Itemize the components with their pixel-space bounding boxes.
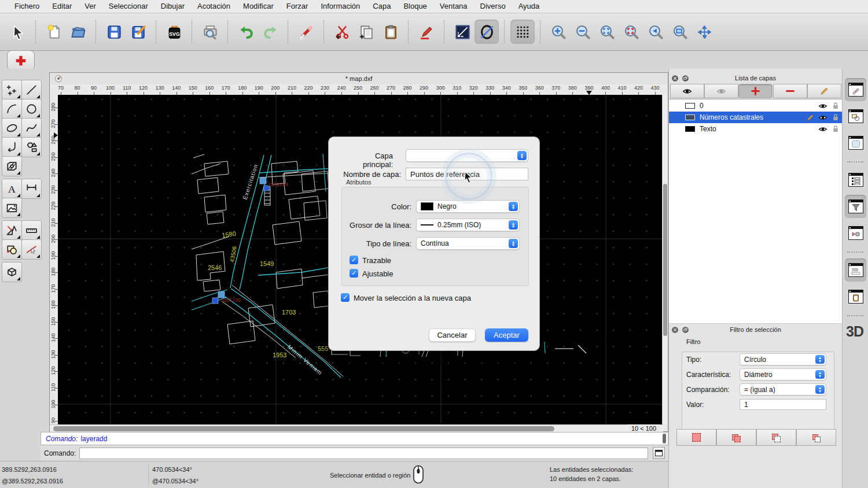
selection-filter-panel-button[interactable] [845, 195, 866, 218]
snappable-checkbox[interactable]: ✓ [350, 269, 358, 278]
cancel-button[interactable]: Cancelar [429, 328, 476, 342]
add-to-selection-button[interactable] [716, 429, 756, 446]
menu-modificar[interactable]: Modificar [237, 0, 280, 13]
color-combo[interactable]: Negro ▲▼ [416, 200, 520, 213]
filter-panel-detach-button[interactable] [682, 326, 689, 333]
points-tool-button[interactable] [2, 80, 22, 100]
filter-combo-2[interactable]: = (igual a)▲▼ [740, 383, 826, 395]
open-folder-button[interactable] [66, 20, 90, 44]
svg-export-button[interactable]: SVG [162, 20, 186, 44]
zoom-fit-button[interactable] [595, 20, 619, 44]
remove-layer-button[interactable] [773, 84, 807, 98]
polygon-tool-button[interactable] [21, 137, 42, 157]
layer-row-1[interactable]: Números catastrales [669, 112, 843, 123]
zoom-in-button[interactable] [546, 20, 571, 44]
shapes-panel-button[interactable] [845, 105, 866, 128]
command-input[interactable] [79, 448, 648, 459]
menu-ayuda[interactable]: Ayuda [512, 0, 546, 13]
redo-button[interactable] [258, 20, 282, 44]
layer-visibility-icon[interactable] [818, 101, 827, 110]
zoom-out-button[interactable] [571, 20, 595, 44]
blank-panel-button[interactable] [845, 131, 866, 154]
red-pen-button[interactable] [414, 20, 439, 44]
menu-dibujar[interactable]: Dibujar [155, 0, 191, 13]
hatch-tool-button[interactable] [2, 156, 22, 176]
remove-from-selection-button[interactable] [756, 429, 796, 446]
layer-panel-detach-button[interactable] [682, 74, 689, 82]
menu-fichero[interactable]: Fichero [8, 0, 46, 13]
menu-bloque[interactable]: Bloque [397, 0, 433, 13]
filter-value-input[interactable]: 1 [740, 399, 826, 410]
filter-combo-1[interactable]: Diámetro▲▼ [740, 368, 826, 380]
grid-button[interactable] [510, 20, 535, 44]
canvas-horizontal-scrollbar[interactable] [50, 424, 663, 432]
select-matching-button[interactable] [676, 429, 716, 446]
zoom-window-button[interactable] [668, 20, 692, 44]
line-width-combo[interactable]: 0.25mm (ISO) ▲▼ [416, 219, 520, 231]
cut-button[interactable] [330, 20, 354, 44]
menu-ventana[interactable]: Ventana [433, 0, 474, 13]
ruler-tool-button[interactable] [21, 220, 42, 241]
box3d-tool-button[interactable] [2, 262, 22, 282]
projector-panel-button[interactable] [845, 221, 866, 245]
add-entity-button[interactable] [7, 50, 35, 71]
zoom-prev-button[interactable] [643, 20, 668, 44]
scrollbar-thumb[interactable] [663, 184, 667, 336]
copy-button[interactable] [354, 20, 378, 44]
text-tool-button[interactable]: A [2, 179, 22, 199]
pan-button[interactable] [692, 20, 716, 44]
dimension-tool-button[interactable] [21, 179, 42, 199]
hide-all-eye-button[interactable] [704, 84, 738, 98]
accept-button[interactable]: Aceptar [485, 328, 528, 342]
plottable-checkbox[interactable]: ✓ [350, 256, 358, 264]
edit-layer-button[interactable] [807, 84, 841, 98]
history-scrollbar-thumb[interactable] [663, 434, 666, 443]
eraser-button[interactable] [294, 20, 318, 44]
circle-line-button[interactable] [475, 20, 499, 44]
command-panel-button[interactable] [845, 258, 866, 282]
new-document-button[interactable] [42, 20, 66, 44]
move-selection-checkbox[interactable]: ✓ [341, 293, 350, 302]
drafting-tool-button[interactable] [2, 220, 22, 241]
layer-row-0[interactable]: 0 [669, 100, 843, 112]
layer-panel-close-button[interactable] [671, 74, 679, 82]
layer-row-2[interactable]: Texto [669, 123, 843, 135]
ellipse-tool-button[interactable] [2, 118, 22, 138]
line-preview-button[interactable] [450, 20, 475, 44]
paste-button[interactable] [378, 20, 403, 44]
filter-combo-0[interactable]: Círculo▲▼ [740, 353, 826, 365]
zoom-selection-button[interactable] [619, 20, 643, 44]
add-layer-button[interactable] [738, 84, 773, 98]
menu-forzar[interactable]: Forzar [280, 0, 315, 13]
line-tool-button[interactable] [21, 80, 42, 100]
polyline-tool-button[interactable] [2, 137, 22, 157]
save-as-button[interactable] [126, 20, 150, 44]
arc-tool-button[interactable] [2, 99, 22, 119]
undo-button[interactable] [234, 20, 258, 44]
layer-list-panel-button[interactable] [845, 168, 866, 191]
save-button[interactable] [102, 20, 126, 44]
clipboard-panel-button[interactable] [845, 285, 866, 308]
menu-ver[interactable]: Ver [78, 0, 102, 13]
circle-tool-button[interactable] [21, 99, 42, 119]
line-type-combo[interactable]: Contínua ▲▼ [416, 237, 520, 250]
layer-visibility-icon[interactable] [818, 124, 827, 134]
layer-lock-icon[interactable] [831, 124, 840, 134]
layer-visibility-icon[interactable] [818, 113, 827, 122]
shape-ops-tool-button[interactable] [2, 239, 22, 260]
show-all-eye-button[interactable] [670, 84, 704, 98]
layer-lock-icon[interactable] [831, 113, 840, 122]
entity-panel-button[interactable] [845, 78, 866, 101]
pointer-button[interactable] [6, 20, 30, 44]
filter-panel-close-button[interactable] [671, 326, 679, 333]
menu-seleccionar[interactable]: Seleccionar [102, 0, 155, 13]
menu-diverso[interactable]: Diverso [474, 0, 512, 13]
command-window-button[interactable] [653, 447, 665, 459]
menu-informacion[interactable]: Información [314, 0, 366, 13]
print-preview-button[interactable] [198, 20, 222, 44]
menu-editar[interactable]: Editar [46, 0, 78, 13]
canvas-vertical-scrollbar[interactable] [662, 95, 668, 424]
refine-selection-button[interactable] [796, 429, 836, 446]
layer-lock-icon[interactable] [831, 101, 840, 110]
scrollbar-thumb[interactable] [53, 426, 554, 431]
